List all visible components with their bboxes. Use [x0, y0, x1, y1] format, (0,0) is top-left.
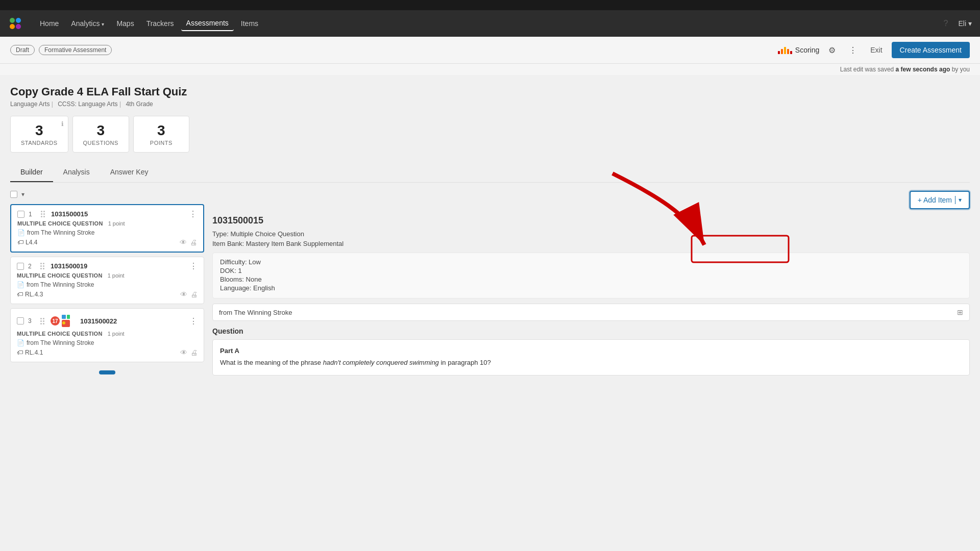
item-2-id: 1031500019 — [51, 262, 185, 270]
stat-questions: 3 QUESTIONS — [72, 116, 129, 153]
select-all-checkbox[interactable] — [10, 191, 17, 198]
right-panel: + Add Item ▾ 1031500015 Type: Multiple C… — [212, 191, 970, 382]
toolbar-left: Draft Formative Assessment — [10, 45, 112, 55]
item-2-drag-handle[interactable] — [40, 263, 44, 269]
tab-answer-key[interactable]: Answer Key — [100, 163, 159, 182]
add-item-button[interactable]: + Add Item ▾ — [910, 191, 970, 209]
item-1-more-icon[interactable]: ⋮ — [189, 209, 197, 219]
save-status: Last edit was saved a few seconds ago by… — [0, 64, 980, 75]
stat-standards: ℹ 3 STANDARDS — [10, 116, 68, 153]
question-part-label: Part A — [220, 347, 962, 355]
stats-row: ℹ 3 STANDARDS 3 QUESTIONS 3 POINTS — [10, 116, 970, 153]
page-subtitle: Language Arts CCSS: Language Arts 4th Gr… — [10, 101, 970, 108]
item-3-drag-handle[interactable] — [40, 318, 44, 324]
detail-difficulty: Difficulty: Low — [220, 258, 962, 266]
item-card-3[interactable]: 3 17 — [10, 308, 204, 362]
draft-badge: Draft — [10, 45, 35, 55]
item-1-actions: 👁 🖨 — [180, 238, 197, 246]
page-content: Copy Grade 4 ELA Fall Start Quiz Languag… — [0, 75, 980, 392]
svg-point-2 — [10, 18, 15, 23]
navbar: Home Analytics Maps Trackers Assessments… — [0, 10, 980, 37]
item-1-drag-handle[interactable] — [41, 211, 45, 217]
item-1-standard: 🏷 L4.4 👁 🖨 — [17, 238, 197, 246]
analytics-dropdown-icon — [102, 19, 104, 28]
print-3-icon[interactable]: 🖨 — [190, 348, 198, 357]
print-icon[interactable]: 🖨 — [190, 238, 197, 246]
tabs: Builder Analysis Answer Key — [10, 163, 970, 183]
item-1-checkbox[interactable] — [17, 211, 24, 218]
item-3-actions: 👁 🖨 — [180, 348, 198, 357]
item-card-1[interactable]: 1 1031500015 ⋮ MULTIPLE CHOICE QUESTION … — [10, 204, 204, 253]
toolbar-right: Scoring ⚙ ⋮ Exit Create Assessment — [778, 42, 970, 58]
item-1-id: 1031500015 — [51, 210, 185, 218]
help-button[interactable]: ? — [940, 17, 952, 30]
content-area: ▾ 1 1031500015 ⋮ MULTIPLE CHOICE QUESTI — [10, 191, 970, 382]
item-3-standard-tag: 🏷 RL.4.1 — [17, 349, 43, 356]
tag-2-icon: 🏷 — [17, 291, 23, 298]
nav-links: Home Analytics Maps Trackers Assessments… — [35, 16, 927, 31]
page-title: Copy Grade 4 ELA Fall Start Quiz — [10, 85, 970, 98]
item-2-standard-tag: 🏷 RL.4.3 — [17, 291, 43, 298]
nav-analytics[interactable]: Analytics — [66, 16, 109, 31]
add-item-chevron-icon[interactable]: ▾ — [959, 196, 962, 204]
svg-point-5 — [16, 24, 21, 29]
print-2-icon[interactable]: 🖨 — [190, 290, 198, 298]
item-1-source: 📄 from The Winning Stroke — [17, 229, 197, 236]
exit-button[interactable]: Exit — [866, 44, 886, 56]
document-icon: 📄 — [17, 229, 25, 236]
formative-badge: Formative Assessment — [39, 45, 112, 55]
user-menu[interactable]: Eli ▾ — [958, 19, 972, 28]
settings-button[interactable]: ⚙ — [824, 43, 840, 57]
item-1-body: MULTIPLE CHOICE QUESTION 1 point 📄 from … — [11, 219, 203, 252]
nav-trackers[interactable]: Trackers — [141, 16, 179, 31]
question-label: Question — [212, 327, 970, 335]
document-2-icon: 📄 — [17, 281, 24, 288]
item-2-standard: 🏷 RL.4.3 👁 🖨 — [17, 290, 198, 298]
item-3-standard: 🏷 RL.4.1 👁 🖨 — [17, 348, 198, 357]
detail-id: 1031500015 — [212, 215, 970, 226]
avatar-sticker-icon — [60, 313, 76, 329]
scoring-button[interactable]: Scoring — [778, 46, 819, 54]
detail-source-text: from The Winning Stroke — [219, 309, 292, 316]
sort-chevron-icon[interactable]: ▾ — [21, 191, 24, 198]
item-3-more-icon[interactable]: ⋮ — [189, 316, 198, 326]
item-2-more-icon[interactable]: ⋮ — [189, 261, 198, 271]
nav-assessments[interactable]: Assessments — [181, 16, 234, 31]
detail-bank: Item Bank: Mastery Item Bank Supplementa… — [212, 240, 970, 247]
tab-analysis[interactable]: Analysis — [53, 163, 100, 182]
nav-right: ? Eli ▾ — [940, 17, 972, 30]
tag-icon: 🏷 — [17, 239, 23, 246]
preview-2-icon[interactable]: 👁 — [180, 290, 187, 298]
expand-icon[interactable]: ⊞ — [957, 308, 963, 316]
question-text: What is the meaning of the phrase hadn't… — [220, 358, 962, 368]
tab-builder[interactable]: Builder — [10, 163, 53, 182]
item-1-number: 1 — [29, 211, 37, 218]
detail-attributes: Difficulty: Low DOK: 1 Blooms: None Lang… — [212, 253, 970, 298]
create-assessment-button[interactable]: Create Assessment — [892, 42, 970, 58]
item-1-standard-tag: 🏷 L4.4 — [17, 239, 37, 246]
info-icon[interactable]: ℹ — [61, 120, 64, 128]
preview-icon[interactable]: 👁 — [180, 238, 187, 246]
item-2-body: MULTIPLE CHOICE QUESTION 1 point 📄 from … — [11, 271, 204, 304]
nav-items[interactable]: Items — [236, 16, 263, 31]
stat-points: 3 POINTS — [133, 116, 189, 153]
item-3-number: 3 — [28, 317, 36, 324]
item-2-actions: 👁 🖨 — [180, 290, 198, 298]
item-3-id: 1031500022 — [80, 317, 185, 325]
item-2-checkbox[interactable] — [17, 263, 24, 270]
item-2-number: 2 — [28, 263, 36, 270]
preview-3-icon[interactable]: 👁 — [180, 348, 187, 357]
nav-home[interactable]: Home — [35, 16, 64, 31]
logo[interactable] — [8, 16, 22, 31]
svg-point-9 — [62, 321, 65, 324]
item-2-source: 📄 from The Winning Stroke — [17, 281, 198, 288]
item-3-checkbox[interactable] — [17, 317, 24, 324]
detail-language: Language: English — [220, 284, 962, 292]
more-options-button[interactable]: ⋮ — [845, 43, 861, 57]
tag-3-icon: 🏷 — [17, 349, 23, 356]
item-card-2[interactable]: 2 1031500019 ⋮ MULTIPLE CHOICE QUESTION … — [10, 257, 204, 304]
svg-rect-8 — [67, 315, 70, 319]
nav-maps[interactable]: Maps — [111, 16, 139, 31]
detail-type: Type: Multiple Choice Question — [212, 230, 970, 238]
document-3-icon: 📄 — [17, 339, 24, 346]
